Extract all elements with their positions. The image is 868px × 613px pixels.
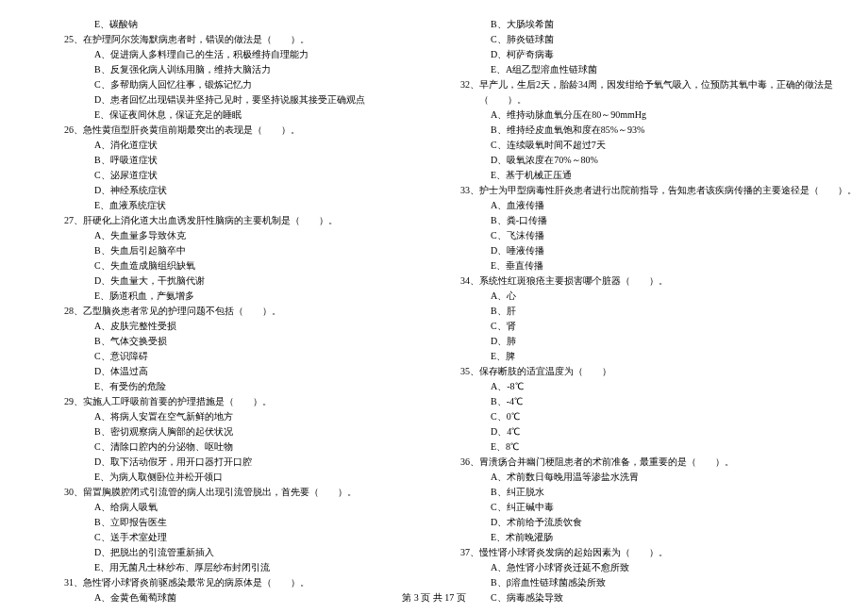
option-line: A、心	[453, 289, 811, 304]
option-line: D、神经系统症状	[57, 183, 415, 198]
option-line: C、多帮助病人回忆往事，锻炼记忆力	[57, 77, 415, 92]
question-line: 34、系统性红斑狼疮主要损害哪个脏器（ ）。	[453, 273, 811, 289]
option-line: A、维持动脉血氧分压在80～90mmHg	[453, 108, 811, 123]
option-line: C、失血造成脑组织缺氧	[57, 258, 415, 273]
option-line: D、患者回忆出现错误并坚持己见时，要坚持说服其接受正确观点	[57, 92, 415, 108]
option-line: A、血液传播	[453, 198, 811, 213]
question-line: 35、保存断肢的适宜温度为（ ）	[453, 364, 811, 379]
question-line: 31、急性肾小球肾炎前驱感染最常见的病原体是（ ）。	[57, 575, 415, 590]
question-line: 26、急性黄疸型肝炎黄疸前期最突出的表现是（ ）。	[57, 123, 415, 138]
option-line: A、促进病人多料理自己的生活，积极维持自理能力	[57, 47, 415, 62]
option-line: C、送手术室处理	[57, 530, 415, 545]
question-line: 30、留置胸膜腔闭式引流管的病人出现引流管脱出，首先要（ ）。	[57, 485, 415, 500]
option-line: C、飞沫传播	[453, 228, 811, 243]
option-line: D、取下活动假牙，用开口器打开口腔	[57, 455, 415, 470]
option-line: E、垂直传播	[453, 258, 811, 273]
option-line: D、柯萨奇病毒	[453, 47, 811, 62]
option-line: C、泌尿道症状	[57, 168, 415, 183]
option-line: B、气体交换受损	[57, 334, 415, 349]
option-line: C、意识障碍	[57, 349, 415, 364]
option-line: E、基于机械正压通	[453, 168, 811, 183]
document-page: E、碳酸钠25、在护理阿尔茨海默病患者时，错误的做法是（ ）。A、促进病人多料理…	[0, 0, 868, 613]
option-line: D、4℃	[453, 424, 811, 439]
question-tail: （ ）。	[453, 92, 811, 108]
option-line: D、失血量大，干扰脑代谢	[57, 273, 415, 289]
option-line: A、将病人安置在空气新鲜的地方	[57, 409, 415, 424]
option-line: C、清除口腔内的分泌物、呕吐物	[57, 439, 415, 455]
option-line: C、连续吸氧时间不超过7天	[453, 138, 811, 153]
option-line: B、大肠埃希菌	[453, 17, 811, 32]
option-line: B、立即报告医生	[57, 515, 415, 530]
option-line: B、-4℃	[453, 394, 811, 409]
question-line: 28、乙型脑炎患者常见的护理问题不包括（ ）。	[57, 304, 415, 319]
option-line: A、急性肾小球肾炎迁延不愈所致	[453, 560, 811, 575]
option-line: C、肾	[453, 319, 811, 334]
page-footer: 第 3 页 共 17 页	[0, 590, 868, 605]
option-line: C、0℃	[453, 409, 811, 424]
option-line: B、密切观察病人胸部的起伏状况	[57, 424, 415, 439]
question-line: 32、早产儿，生后2天，胎龄34周，因发绀给予氧气吸入，位预防其氧中毒，正确的做…	[453, 77, 811, 92]
option-line: E、血液系统症状	[57, 198, 415, 213]
question-line: 29、实施人工呼吸前首要的护理措施是（ ）。	[57, 394, 415, 409]
option-line: B、呼吸道症状	[57, 153, 415, 168]
question-line: 33、护士为甲型病毒性肝炎患者进行出院前指导，告知患者该疾病传播的主要途径是（ …	[453, 183, 811, 198]
question-line: 25、在护理阿尔茨海默病患者时，错误的做法是（ ）。	[57, 32, 415, 47]
option-line: A、-8℃	[453, 379, 811, 394]
option-line: E、用无菌凡士林纱布、厚层纱布封闭引流	[57, 560, 415, 575]
option-line: B、纠正脱水	[453, 485, 811, 500]
option-line: B、粪-口传播	[453, 213, 811, 228]
question-line: 37、慢性肾小球肾炎发病的起始因素为（ ）。	[453, 545, 811, 560]
option-line: B、肝	[453, 304, 811, 319]
option-line: B、β溶血性链球菌感染所致	[453, 575, 811, 590]
option-line: E、碳酸钠	[57, 17, 415, 32]
option-line: E、术前晚灌肠	[453, 530, 811, 545]
option-line: B、维持经皮血氧饱和度在85%～93%	[453, 123, 811, 138]
option-line: D、体温过高	[57, 364, 415, 379]
option-line: E、有受伤的危险	[57, 379, 415, 394]
option-line: D、唾液传播	[453, 243, 811, 258]
question-line: 36、胃溃疡合并幽门梗阻患者的术前准备，最重要的是（ ）。	[453, 455, 811, 470]
option-line: A、术前数日每晚用温等渗盐水洗胃	[453, 470, 811, 485]
option-line: A、皮肤完整性受损	[57, 319, 415, 334]
option-line: A、给病人吸氧	[57, 500, 415, 515]
option-line: E、为病人取侧卧位并松开领口	[57, 470, 415, 485]
option-line: D、吸氧浓度在70%～80%	[453, 153, 811, 168]
option-line: D、肺	[453, 334, 811, 349]
option-line: E、A组乙型溶血性链球菌	[453, 62, 811, 77]
option-line: B、反复强化病人训练用脑，维持大脑活力	[57, 62, 415, 77]
option-line: D、把脱出的引流管重新插入	[57, 545, 415, 560]
option-line: A、失血量多导致休克	[57, 228, 415, 243]
option-line: C、肺炎链球菌	[453, 32, 811, 47]
right-column: B、大肠埃希菌C、肺炎链球菌D、柯萨奇病毒E、A组乙型溶血性链球菌32、早产儿，…	[453, 17, 811, 605]
option-line: E、肠道积血，产氨增多	[57, 289, 415, 304]
option-line: E、脾	[453, 349, 811, 364]
option-line: D、术前给予流质饮食	[453, 515, 811, 530]
question-line: 27、肝硬化上消化道大出血诱发肝性脑病的主要机制是（ ）。	[57, 213, 415, 228]
left-column: E、碳酸钠25、在护理阿尔茨海默病患者时，错误的做法是（ ）。A、促进病人多料理…	[57, 17, 415, 605]
option-line: E、8℃	[453, 439, 811, 455]
option-line: C、纠正碱中毒	[453, 500, 811, 515]
option-line: A、消化道症状	[57, 138, 415, 153]
option-line: E、保证夜间休息，保证充足的睡眠	[57, 108, 415, 123]
option-line: B、失血后引起脑卒中	[57, 243, 415, 258]
